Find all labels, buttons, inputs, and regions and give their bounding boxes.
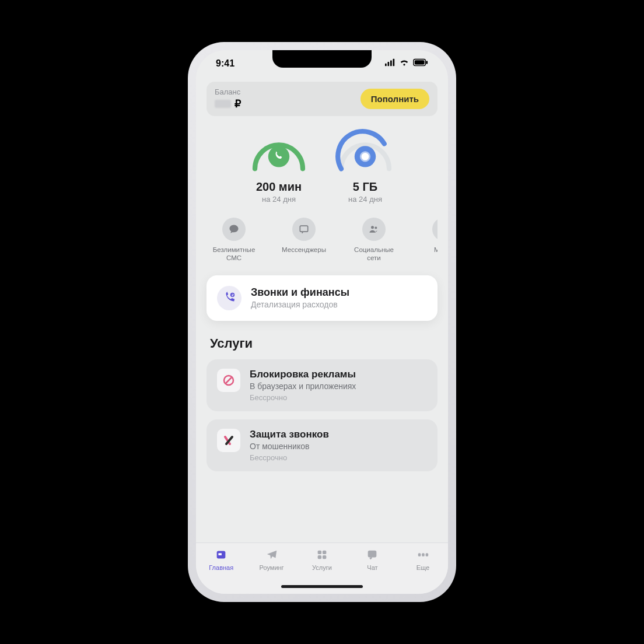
quick-sms[interactable]: Безлимитные СМС xyxy=(209,218,259,262)
tab-services-label: Услуги xyxy=(297,564,347,571)
svg-rect-24 xyxy=(418,553,421,556)
block-icon xyxy=(217,369,240,392)
tab-more[interactable]: Еще xyxy=(398,548,448,571)
svg-rect-23 xyxy=(368,551,377,558)
quick-music-label: Музык xyxy=(419,246,438,254)
tab-home[interactable]: Главная xyxy=(196,548,246,571)
gauge-data-value: 5 ГБ xyxy=(332,180,398,194)
tab-roaming-label: Роуминг xyxy=(246,564,296,571)
svg-rect-18 xyxy=(219,553,222,555)
shield-icon xyxy=(217,429,240,452)
quick-options-row[interactable]: Безлимитные СМС Мессенджеры Социальные с… xyxy=(206,218,438,262)
svg-point-12 xyxy=(371,226,374,229)
svg-rect-2 xyxy=(390,60,392,66)
chat-icon xyxy=(222,218,246,241)
service-callprotect-duration: Бессрочно xyxy=(250,453,329,462)
content-scroll[interactable]: Баланс ₽ Пополнить xyxy=(196,77,448,542)
svg-point-10 xyxy=(362,153,369,160)
svg-point-13 xyxy=(374,227,377,229)
quick-social[interactable]: Социальные сети xyxy=(349,218,399,262)
svg-rect-5 xyxy=(415,60,425,64)
more-icon xyxy=(398,548,448,562)
phone-ruble-icon: ₽ xyxy=(217,286,242,310)
svg-rect-6 xyxy=(426,61,428,64)
topup-button[interactable]: Пополнить xyxy=(360,89,429,109)
tab-bar: Главная Роуминг Услуги Чат xyxy=(196,542,448,594)
finance-card-title: Звонки и финансы xyxy=(251,286,349,299)
finance-card-subtitle: Детализация расходов xyxy=(251,300,349,309)
service-adblock-subtitle: В браузерах и приложениях xyxy=(250,382,356,391)
svg-rect-26 xyxy=(425,553,428,556)
svg-rect-1 xyxy=(388,62,390,66)
home-icon xyxy=(196,548,246,562)
gauge-data-sub: на 24 дня xyxy=(332,195,398,204)
plane-icon xyxy=(246,548,296,562)
signal-icon xyxy=(385,58,396,69)
tab-services[interactable]: Услуги xyxy=(297,548,347,571)
svg-text:₽: ₽ xyxy=(232,293,234,297)
gauge-data[interactable]: 5 ГБ на 24 дня xyxy=(332,129,398,204)
service-callprotect-subtitle: От мошенников xyxy=(250,442,329,451)
service-callprotect-card[interactable]: Защита звонков От мошенников Бессрочно xyxy=(206,419,438,471)
tab-home-label: Главная xyxy=(196,564,246,571)
message-icon xyxy=(292,218,316,241)
quick-messengers-label: Мессенджеры xyxy=(279,246,329,254)
notch xyxy=(272,50,372,68)
svg-rect-3 xyxy=(393,59,395,66)
status-time: 9:41 xyxy=(216,58,235,69)
tab-chat[interactable]: Чат xyxy=(347,548,397,571)
service-adblock-duration: Бессрочно xyxy=(250,393,356,402)
service-callprotect-title: Защита звонков xyxy=(250,429,329,440)
calls-finance-card[interactable]: ₽ Звонки и финансы Детализация расходов xyxy=(206,275,438,321)
balance-label: Баланс xyxy=(215,88,241,96)
svg-rect-21 xyxy=(318,555,321,559)
quick-social-label: Социальные сети xyxy=(349,246,399,262)
svg-rect-0 xyxy=(385,64,387,66)
balance-amount-blurred xyxy=(215,100,231,108)
svg-rect-11 xyxy=(300,226,307,232)
quick-sms-label: Безлимитные СМС xyxy=(209,246,259,262)
tab-roaming[interactable]: Роуминг xyxy=(246,548,296,571)
music-icon xyxy=(432,218,438,241)
svg-rect-25 xyxy=(422,553,425,556)
screen: 9:41 Баланс ₽ xyxy=(196,50,448,594)
quick-music[interactable]: Музык xyxy=(419,218,438,262)
quick-messengers[interactable]: Мессенджеры xyxy=(279,218,329,262)
phone-mockup: 9:41 Баланс ₽ xyxy=(188,42,456,602)
balance-bar: Баланс ₽ Пополнить xyxy=(206,82,438,116)
svg-rect-19 xyxy=(318,551,321,554)
svg-rect-20 xyxy=(323,551,326,554)
gauge-minutes-sub: на 24 дня xyxy=(246,195,312,204)
tab-chat-label: Чат xyxy=(347,564,397,571)
chatsq-icon xyxy=(347,548,397,562)
battery-icon xyxy=(413,58,428,69)
service-adblock-title: Блокировка рекламы xyxy=(250,369,356,380)
people-icon xyxy=(362,218,386,241)
tab-more-label: Еще xyxy=(398,564,448,571)
svg-rect-22 xyxy=(323,555,326,559)
gauge-minutes[interactable]: 200 мин на 24 дня xyxy=(246,129,312,204)
service-adblock-card[interactable]: Блокировка рекламы В браузерах и приложе… xyxy=(206,359,438,411)
gauge-minutes-value: 200 мин xyxy=(246,180,312,194)
services-heading: Услуги xyxy=(206,336,438,351)
wifi-icon xyxy=(399,58,410,69)
grid-icon xyxy=(297,548,347,562)
usage-gauges: 200 мин на 24 дня 5 ГБ на 24 xyxy=(206,129,438,204)
balance-currency: ₽ xyxy=(235,97,241,110)
home-indicator[interactable] xyxy=(281,585,363,588)
